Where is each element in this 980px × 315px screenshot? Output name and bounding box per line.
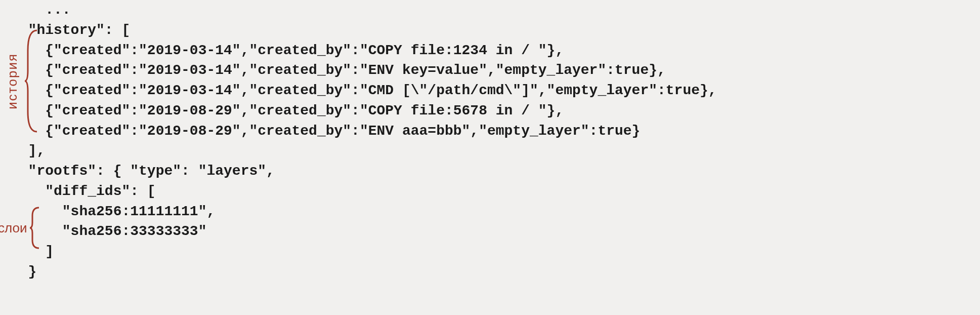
code-line: {"created":"2019-03-14","created_by":"CM…: [11, 81, 969, 101]
annotation-history-label: история: [3, 53, 22, 109]
code-line: ],: [11, 141, 969, 161]
annotation-history: история: [3, 30, 38, 132]
brace-icon: [30, 208, 40, 248]
code-line: "history": [: [11, 20, 969, 41]
code-line: ]: [11, 242, 969, 262]
code-block: история слои ... "history": [ {"created"…: [0, 0, 980, 291]
code-line: "sha256:11111111",: [11, 202, 969, 222]
code-line: "sha256:33333333": [11, 221, 969, 242]
code-line: }: [11, 262, 969, 282]
code-line: {"created":"2019-08-29","created_by":"CO…: [11, 101, 969, 121]
code-line: "rootfs": { "type": "layers",: [11, 161, 969, 181]
annotation-layers: слои: [0, 208, 40, 248]
code-line: {"created":"2019-03-14","created_by":"CO…: [11, 41, 969, 61]
code-line: {"created":"2019-03-14","created_by":"EN…: [11, 60, 969, 81]
code-line: {"created":"2019-08-29","created_by":"EN…: [11, 121, 969, 141]
brace-icon: [25, 30, 38, 132]
code-line: "diff_ids": [: [11, 181, 969, 202]
code-line: ...: [11, 0, 969, 20]
annotation-layers-label: слои: [0, 219, 27, 238]
